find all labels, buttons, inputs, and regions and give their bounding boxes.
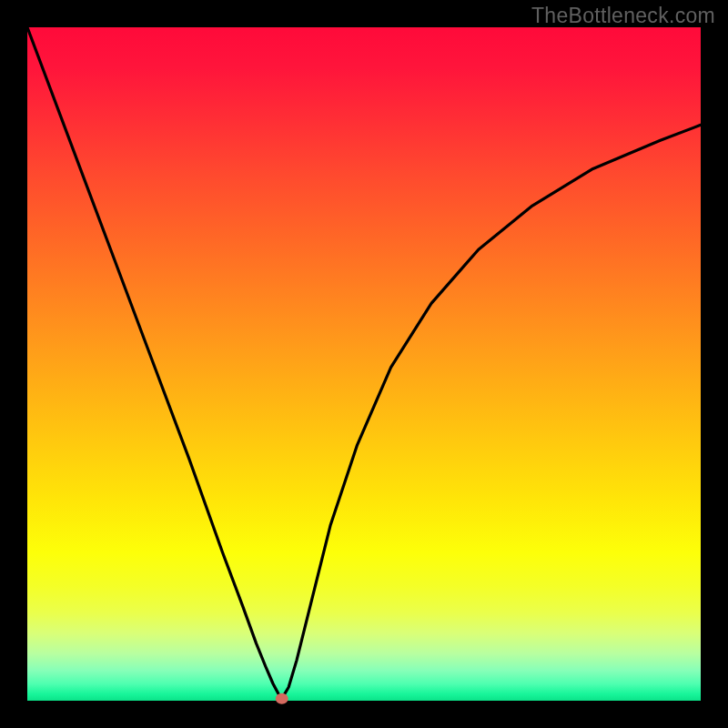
bottleneck-chart bbox=[0, 0, 728, 728]
chart-container: TheBottleneck.com bbox=[0, 0, 728, 728]
gradient-background bbox=[27, 27, 701, 701]
optimal-point-marker bbox=[276, 693, 288, 704]
